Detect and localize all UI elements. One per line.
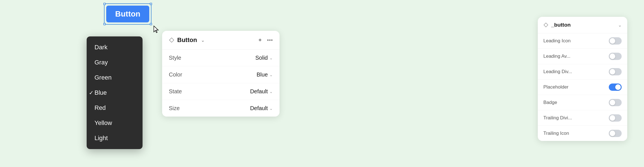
diamond-icon xyxy=(169,37,174,43)
preview-button-wrapper: Button xyxy=(106,6,149,22)
item-label: Blue xyxy=(94,89,107,96)
handle-tl[interactable] xyxy=(103,3,106,5)
toggle-knob xyxy=(610,115,615,121)
color-caret: ⌄ xyxy=(269,73,273,77)
panel-header: Button ⌄ ✦ ••• xyxy=(162,31,280,50)
item-label: Gray xyxy=(94,59,108,66)
trailing-icon-row: Trailing Icon xyxy=(538,126,627,141)
color-dropdown: Dark Gray Green ✓ Blue Red Yellow Light xyxy=(87,36,143,149)
panel-header-right: ✦ ••• xyxy=(258,37,273,43)
placeholder-toggle[interactable] xyxy=(609,84,622,91)
right-panel-diamond-icon xyxy=(543,22,548,27)
color-text: Blue xyxy=(257,71,268,78)
properties-panel: Button ⌄ ✦ ••• Style Solid ⌄ Color Blue … xyxy=(162,31,280,117)
chevron-down-icon[interactable]: ⌄ xyxy=(201,38,205,43)
toggle-knob xyxy=(610,69,615,75)
badge-toggle[interactable] xyxy=(609,99,622,106)
dropdown-item-red[interactable]: Red xyxy=(87,100,143,115)
state-row: State Default ⌄ xyxy=(162,83,280,100)
color-row: Color Blue ⌄ xyxy=(162,66,280,83)
leading-div-toggle[interactable] xyxy=(609,68,622,75)
style-row: Style Solid ⌄ xyxy=(162,50,280,66)
style-label: Style xyxy=(169,55,181,61)
dropdown-item-dark[interactable]: Dark xyxy=(87,40,143,55)
leading-div-row: Leading Div... xyxy=(538,64,627,80)
item-label: Light xyxy=(94,134,108,142)
size-label: Size xyxy=(169,105,180,112)
color-value[interactable]: Blue ⌄ xyxy=(257,71,273,78)
leading-icon-label: Leading Icon xyxy=(543,38,570,44)
toggle-knob xyxy=(610,38,615,44)
panel-title: Button xyxy=(177,36,197,44)
badge-row: Badge xyxy=(538,95,627,110)
placeholder-row: Placeholder xyxy=(538,80,627,95)
dropdown-item-light[interactable]: Light xyxy=(87,131,143,146)
trailing-icon-label: Trailing Icon xyxy=(543,131,569,136)
item-label: Dark xyxy=(94,44,107,51)
item-label: Yellow xyxy=(94,119,112,127)
preview-button[interactable]: Button xyxy=(106,6,149,22)
leading-av-label: Leading Av... xyxy=(543,54,570,59)
placeholder-label: Placeholder xyxy=(543,84,569,90)
button-preview-area: Button xyxy=(106,6,149,22)
handle-br[interactable] xyxy=(150,23,152,25)
size-caret: ⌄ xyxy=(269,106,273,111)
handle-tr[interactable] xyxy=(150,3,152,5)
trailing-divi-toggle[interactable] xyxy=(609,114,622,122)
color-label: Color xyxy=(169,71,182,78)
leading-icon-row: Leading Icon xyxy=(538,33,627,49)
leading-icon-toggle[interactable] xyxy=(609,37,622,45)
toggle-knob xyxy=(615,84,621,90)
right-panel-chevron[interactable]: ⌄ xyxy=(618,22,622,28)
trailing-divi-label: Trailing Divi... xyxy=(543,115,572,121)
item-label: Green xyxy=(94,74,112,81)
leading-av-toggle[interactable] xyxy=(609,53,622,60)
more-options-icon[interactable]: ••• xyxy=(267,37,273,43)
right-panel-title: _button xyxy=(551,22,615,28)
style-text: Solid xyxy=(255,55,268,61)
handle-bl[interactable] xyxy=(103,23,106,25)
badge-label: Badge xyxy=(543,100,557,105)
trailing-icon-toggle[interactable] xyxy=(609,130,622,137)
state-text: Default xyxy=(250,88,268,95)
grid-icon[interactable]: ✦ xyxy=(258,37,262,43)
size-text: Default xyxy=(250,105,268,112)
leading-div-label: Leading Div... xyxy=(543,69,572,75)
style-caret: ⌄ xyxy=(269,56,273,60)
item-label: Red xyxy=(94,104,106,112)
toggle-knob xyxy=(610,100,615,105)
state-caret: ⌄ xyxy=(269,89,273,94)
panel-header-left: Button ⌄ xyxy=(169,36,205,44)
dropdown-item-blue[interactable]: ✓ Blue xyxy=(87,85,143,100)
leading-av-row: Leading Av... xyxy=(538,49,627,64)
toggle-knob xyxy=(610,54,615,59)
check-icon: ✓ xyxy=(89,89,94,96)
size-row: Size Default ⌄ xyxy=(162,100,280,117)
state-label: State xyxy=(169,88,182,95)
state-value[interactable]: Default ⌄ xyxy=(250,88,273,95)
size-value[interactable]: Default ⌄ xyxy=(250,105,273,112)
style-value[interactable]: Solid ⌄ xyxy=(255,55,273,61)
trailing-divi-row: Trailing Divi... xyxy=(538,110,627,126)
dropdown-item-yellow[interactable]: Yellow xyxy=(87,115,143,131)
right-panel: _button ⌄ Leading Icon Leading Av... Lea… xyxy=(538,17,627,141)
right-panel-header: _button ⌄ xyxy=(538,17,627,33)
dropdown-item-gray[interactable]: Gray xyxy=(87,55,143,70)
toggle-knob xyxy=(610,131,615,136)
dropdown-item-green[interactable]: Green xyxy=(87,70,143,85)
